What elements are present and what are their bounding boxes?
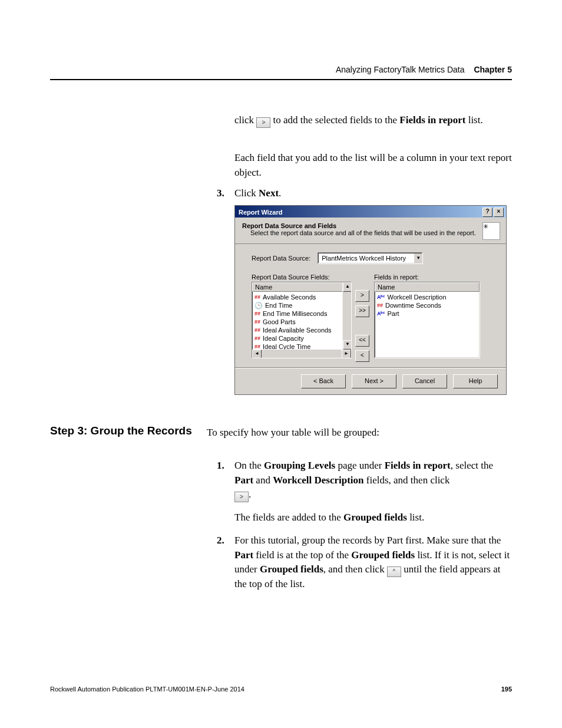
dialog-titlebar: Report Wizard ? × xyxy=(235,206,506,218)
number-field-icon: ## xyxy=(254,318,260,326)
list-item[interactable]: ##Good Parts xyxy=(253,318,350,326)
source-fields-label: Report Data Source Fields: xyxy=(252,274,352,281)
field-name: Ideal Available Seconds xyxy=(263,326,332,334)
list-item[interactable]: AᵇᶜWorkcell Description xyxy=(376,293,478,301)
data-source-label: Report Data Source: xyxy=(252,255,310,262)
text-bold: Part xyxy=(234,475,253,486)
help-button[interactable]: Help xyxy=(453,374,498,388)
text: list. xyxy=(407,512,424,523)
text-bold: Grouped fields xyxy=(343,512,407,523)
next-button[interactable]: Next > xyxy=(352,374,396,388)
text: , and then click xyxy=(323,564,387,575)
number-field-icon: ## xyxy=(254,293,260,301)
text-field-icon: Aᵇᶜ xyxy=(377,293,385,301)
dialog-subheading: Select the report data source and all of… xyxy=(242,229,476,236)
list-item[interactable]: ##Ideal Capacity xyxy=(253,334,350,342)
scrollbar-vertical[interactable]: ▲ ▼ xyxy=(342,282,351,350)
close-icon[interactable]: × xyxy=(494,207,504,217)
field-name: Workcell Description xyxy=(388,293,447,301)
scroll-up-icon[interactable]: ▲ xyxy=(343,282,352,292)
column-header: Name xyxy=(252,282,351,292)
number-field-icon: ## xyxy=(254,334,260,342)
section-intro: To specify how your table will be groupe… xyxy=(207,426,512,440)
text-bold: Workcell Description xyxy=(273,475,363,486)
list-item[interactable]: ##Downtime Seconds xyxy=(376,301,478,309)
list-item[interactable]: AᵇᶜPart xyxy=(376,309,478,318)
scroll-down-icon[interactable]: ▼ xyxy=(343,340,352,350)
data-source-value: PlantMetrics Workcell History xyxy=(318,255,414,262)
list-item[interactable]: ##End Time Milliseconds xyxy=(253,309,350,318)
add-button[interactable]: > xyxy=(355,290,369,302)
header-title: Analyzing FactoryTalk Metrics Data xyxy=(336,65,465,74)
report-fields-listbox[interactable]: Name AᵇᶜWorkcell Description##Downtime S… xyxy=(374,282,480,358)
text: For this tutorial, group the records by … xyxy=(234,535,501,546)
remove-all-button[interactable]: << xyxy=(355,335,369,347)
field-name: Part xyxy=(388,309,399,318)
step-number: 2. xyxy=(217,533,224,548)
text: and xyxy=(253,475,273,486)
field-name: Good Parts xyxy=(263,318,296,326)
side-heading-step3: Step 3: Group the Records xyxy=(50,424,192,437)
field-name: Downtime Seconds xyxy=(385,301,441,309)
chevron-down-icon[interactable]: ▼ xyxy=(414,253,422,263)
source-fields-listbox[interactable]: Name ##Available Seconds🕒End Time##End T… xyxy=(252,282,352,358)
wizard-icon: ✳ xyxy=(482,222,500,240)
page-footer: Rockwell Automation Publication PLTMT-UM… xyxy=(50,686,512,693)
text: click xyxy=(234,114,256,126)
text: list. xyxy=(468,114,483,126)
text: field is at the top of the xyxy=(253,549,351,561)
scroll-right-icon[interactable]: ► xyxy=(342,350,351,358)
list-item-2: 2. For this tutorial, group the records … xyxy=(217,533,512,592)
list-item[interactable]: ##Ideal Available Seconds xyxy=(253,326,350,334)
text: The fields are added to the xyxy=(234,512,343,523)
list-item-1: 1. On the Grouping Levels page under Fie… xyxy=(217,459,512,525)
list-item[interactable]: 🕒End Time xyxy=(253,301,350,309)
text: . xyxy=(249,489,251,500)
time-field-icon: 🕒 xyxy=(254,301,263,309)
number-field-icon: ## xyxy=(377,301,383,309)
report-wizard-dialog: Report Wizard ? × Report Data Source and… xyxy=(234,205,507,395)
field-name: End Time xyxy=(265,301,292,309)
field-name: Available Seconds xyxy=(263,293,316,301)
move-up-button-icon: ^ xyxy=(387,566,401,577)
text: Click xyxy=(234,187,259,199)
step-number: 3. xyxy=(217,186,224,201)
text: fields, and then click xyxy=(364,475,450,486)
ordered-list-2: 1. On the Grouping Levels page under Fie… xyxy=(217,450,512,592)
column-header: Name xyxy=(375,282,480,292)
list-item-3: 3. Click Next. xyxy=(217,186,512,201)
text-bold: Grouped fields xyxy=(351,549,415,561)
text-bold: Fields in report xyxy=(399,114,465,126)
number-field-icon: ## xyxy=(254,326,260,334)
text-bold: Grouping Levels xyxy=(264,460,335,471)
scroll-left-icon[interactable]: ◄ xyxy=(252,350,262,358)
text-bold: Fields in report xyxy=(385,460,451,471)
text: to add the selected fields to the xyxy=(273,114,400,126)
list-item[interactable]: ##Available Seconds xyxy=(253,293,350,301)
page-header: Analyzing FactoryTalk Metrics Data Chapt… xyxy=(50,65,512,80)
text: , select the xyxy=(451,460,493,471)
publication-id: Rockwell Automation Publication PLTMT-UM… xyxy=(50,686,244,693)
field-name: Ideal Capacity xyxy=(263,334,304,342)
add-field-button-icon: > xyxy=(256,117,270,128)
text: On the xyxy=(234,460,264,471)
text-bold: Part xyxy=(234,549,253,561)
para-column-info: Each field that you add to the list will… xyxy=(234,151,512,180)
scrollbar-horizontal[interactable]: ◄ ► xyxy=(252,350,351,358)
dialog-heading: Report Data Source and Fields xyxy=(242,222,476,229)
remove-button[interactable]: < xyxy=(355,350,369,362)
para-add-fields: click > to add the selected fields to th… xyxy=(234,113,512,128)
step-number: 1. xyxy=(217,459,224,473)
number-field-icon: ## xyxy=(254,309,260,318)
back-button[interactable]: < Back xyxy=(301,374,346,388)
header-chapter: Chapter 5 xyxy=(474,65,512,74)
dialog-title-text: Report Wizard xyxy=(239,209,282,216)
text-bold: Grouped fields xyxy=(260,564,323,575)
data-source-combo[interactable]: PlantMetrics Workcell History ▼ xyxy=(318,252,423,264)
cancel-button[interactable]: Cancel xyxy=(402,374,447,388)
report-fields-label: Fields in report: xyxy=(374,274,480,281)
add-all-button[interactable]: >> xyxy=(355,305,369,317)
add-field-button-icon: > xyxy=(234,492,249,502)
help-icon[interactable]: ? xyxy=(482,207,492,217)
text: page under xyxy=(335,460,385,471)
